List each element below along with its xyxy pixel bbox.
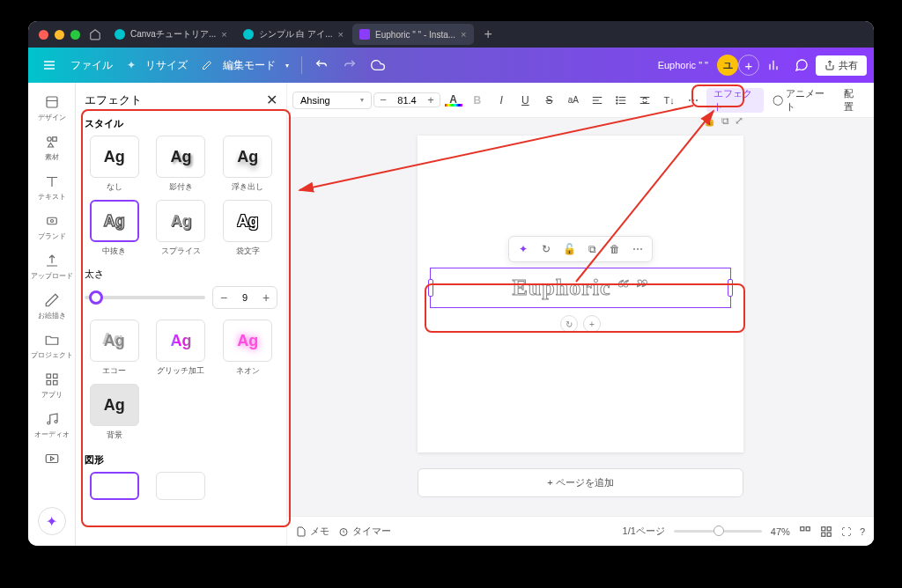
text-case-button[interactable]: aA [562,88,584,113]
effect-bg[interactable]: Ag [90,384,139,426]
home-tab-icon[interactable] [85,24,106,45]
duplicate-element-icon[interactable]: ⧉ [583,240,601,258]
svg-rect-7 [47,97,57,107]
effect-glitch[interactable]: Ag [156,320,205,362]
position-button[interactable]: 配置 [837,88,869,113]
resize-menu[interactable]: ✦ リサイズ [120,55,195,77]
animate-button[interactable]: ◯アニメート [765,88,835,113]
shape-section-label: 図形 [85,453,277,467]
more-element-icon[interactable]: ⋯ [629,240,647,258]
edit-mode-menu[interactable]: 編集モード ▾ [195,55,296,77]
duplicate-page-icon[interactable]: ⧉ [721,118,729,127]
strikethrough-button[interactable]: S [538,88,560,113]
rotate-icon[interactable]: ↻ [537,240,555,258]
nav-item-draw[interactable]: お絵描き [30,286,74,326]
magic-edit-icon[interactable]: ✦ [514,240,532,258]
effect-neon[interactable]: Ag [223,320,272,362]
sync-icon[interactable]: ↻ [560,315,578,333]
menu-button[interactable] [35,55,63,76]
thumbnail-view-icon[interactable] [820,526,832,538]
nav-item-text[interactable]: テキスト [30,167,74,207]
nav-item-video[interactable] [30,445,74,474]
effect-shadow[interactable]: Ag [156,136,205,178]
nav-item-brand[interactable]: ブランド [30,207,74,246]
fullscreen-icon[interactable]: ⛶ [841,526,851,537]
list-button[interactable] [610,88,632,113]
avatar[interactable]: ユ [717,55,738,76]
document-title[interactable]: Euphoric " " [658,60,708,70]
effect-hollow[interactable]: Ag [223,200,272,242]
thickness-slider[interactable] [85,296,205,299]
zoom-slider[interactable] [674,530,762,533]
svg-point-28 [617,96,617,97]
nav-item-upload[interactable]: アップロード [30,246,74,286]
zoom-level[interactable]: 47% [771,526,790,537]
underline-button[interactable]: U [514,88,536,113]
browser-tab[interactable]: Euphoric " " - Insta...× [352,24,473,45]
lock-element-icon[interactable]: 🔓 [560,240,578,258]
timer-button[interactable]: タイマー [338,525,391,538]
stepper-minus[interactable]: − [213,287,234,308]
close-tab-icon[interactable]: × [338,29,344,40]
magic-button[interactable]: ✦ [38,507,66,535]
add-below-icon[interactable]: + [583,315,601,333]
effect-none[interactable]: Ag [90,136,139,178]
help-icon[interactable]: ? [860,526,865,537]
font-size-input[interactable] [392,95,422,106]
effect-splice[interactable]: Ag [156,200,205,242]
svg-point-19 [55,421,57,423]
file-menu[interactable]: ファイル [63,55,120,77]
close-tab-icon[interactable]: × [221,29,226,40]
more-text-options[interactable]: ⋯ [682,88,704,113]
bold-button[interactable]: B [466,88,488,113]
thickness-stepper[interactable]: − 9 + [212,286,277,309]
add-page-button[interactable]: + ページを追加 [418,468,743,497]
svg-marker-11 [48,143,53,148]
text-color-button[interactable]: A [442,88,464,113]
browser-tab[interactable]: Canvaチュートリア...× [107,24,234,45]
comment-icon[interactable] [787,51,816,79]
lock-icon[interactable]: 🔓 [703,118,716,127]
svg-rect-12 [47,217,56,224]
notes-button[interactable]: メモ [296,525,329,538]
share-button[interactable]: 共有 [816,55,867,76]
stepper-plus[interactable]: + [255,287,277,308]
svg-rect-15 [53,374,57,379]
browser-tab[interactable]: シンプル 白 アイ...× [236,24,351,45]
close-tab-icon[interactable]: × [461,29,466,40]
add-collaborator-button[interactable]: + [738,55,759,76]
window-controls[interactable] [39,30,80,40]
selected-text-element[interactable]: Euphoric “ ” [430,268,731,308]
shape-option[interactable] [90,472,139,500]
nav-item-elements[interactable]: 素材 [30,128,74,167]
expand-page-icon[interactable]: ⤢ [735,118,743,127]
effects-button[interactable]: エフェクト [706,88,765,113]
nav-item-audio[interactable]: オーディオ [30,405,74,445]
font-family-select[interactable]: Ahsing▾ [292,92,372,109]
new-tab-button[interactable]: + [476,26,501,42]
undo-button[interactable] [307,51,336,79]
delete-element-icon[interactable]: 🗑 [606,240,624,258]
svg-point-13 [50,220,53,223]
nav-item-projects[interactable]: プロジェクト [30,326,74,365]
canvas-page[interactable]: 🔓 ⧉ ⤢ ✦ ↻ 🔓 ⧉ 🗑 ⋯ Euphoric “ ” [418,136,743,452]
shape-option[interactable] [156,472,205,500]
align-button[interactable] [586,88,608,113]
svg-rect-34 [801,526,804,530]
effect-outline[interactable]: Ag [90,200,139,242]
redo-button[interactable] [336,51,364,79]
grid-view-icon[interactable] [799,526,811,538]
font-size-minus[interactable]: − [374,93,392,107]
cloud-sync-icon[interactable] [364,51,392,79]
bottom-bar: メモ タイマー 1/1ページ 47% ⛶ ? [287,516,874,546]
vertical-text-button[interactable]: T↓ [658,88,680,113]
close-panel-button[interactable]: ✕ [266,92,277,108]
italic-button[interactable]: I [490,88,512,113]
nav-item-apps[interactable]: アプリ [30,365,74,405]
nav-item-design[interactable]: デザイン [30,88,74,128]
spacing-button[interactable] [634,88,656,113]
analytics-icon[interactable] [759,51,787,79]
effect-echo[interactable]: Ag [90,320,139,362]
font-size-plus[interactable]: + [422,93,440,107]
effect-lift[interactable]: Ag [223,136,272,178]
